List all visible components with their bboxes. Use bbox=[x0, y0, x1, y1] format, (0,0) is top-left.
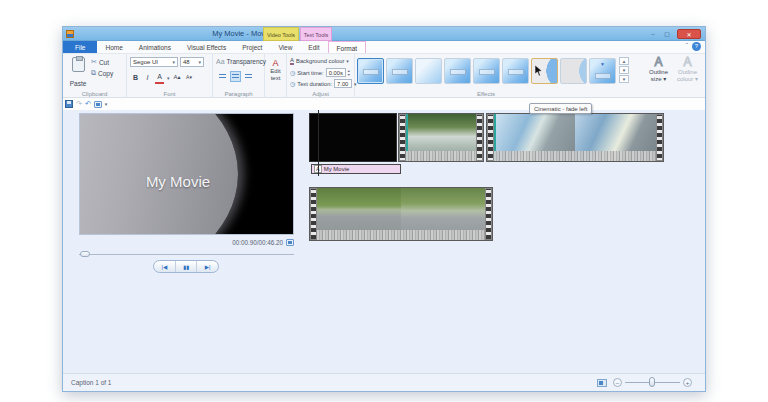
edit-text-button[interactable]: A Edit text bbox=[265, 58, 286, 81]
title-clip[interactable] bbox=[309, 113, 397, 162]
font-size-select[interactable]: 48 ▾ bbox=[180, 57, 204, 67]
seek-thumb[interactable] bbox=[80, 251, 90, 257]
effect-thumb-5[interactable] bbox=[502, 58, 529, 84]
font-family-select[interactable]: Segoe UI ▾ bbox=[130, 57, 178, 67]
cut-label: Cut bbox=[99, 59, 109, 66]
effect-thumb-fade-right[interactable] bbox=[560, 58, 587, 84]
text-duration-input[interactable]: 7.00 bbox=[334, 79, 352, 88]
copy-icon: ⧉ bbox=[91, 69, 96, 77]
tab-project[interactable]: Project bbox=[234, 41, 270, 53]
effect-thumb-fade[interactable] bbox=[415, 58, 442, 84]
tab-view[interactable]: View bbox=[270, 41, 300, 53]
effect-tooltip: Cinematic - fade left bbox=[529, 103, 592, 114]
content-area: My Movie 00:00.90/00:46.20 |◀ ▮▮ ▶| bbox=[63, 110, 705, 375]
video-clip-street[interactable] bbox=[309, 187, 493, 241]
tab-edit[interactable]: Edit bbox=[300, 41, 327, 53]
thumbnail-size-icon[interactable] bbox=[597, 379, 607, 387]
seek-track[interactable] bbox=[79, 254, 294, 255]
start-time-label: Start time: bbox=[297, 70, 323, 76]
tab-home[interactable]: Home bbox=[97, 41, 130, 53]
italic-button[interactable]: I bbox=[143, 72, 152, 83]
outline-colour-button[interactable]: A Outline colour ▾ bbox=[674, 56, 701, 94]
outline-size-label-1: Outline bbox=[645, 69, 672, 76]
gallery-scroll-down-icon[interactable]: ▼ bbox=[619, 66, 629, 74]
chevron-down-icon[interactable]: ▾ bbox=[167, 75, 170, 81]
align-left-icon bbox=[219, 74, 226, 80]
font-color-button[interactable]: A bbox=[155, 71, 164, 84]
outline-size-icon: A bbox=[645, 56, 672, 69]
cut-button[interactable]: ✂ Cut bbox=[91, 58, 109, 66]
shrink-font-button[interactable]: A▾ bbox=[185, 72, 194, 83]
start-time-spinner[interactable]: ▴ ▾ bbox=[348, 69, 350, 76]
quick-access-toolbar: ↷ ↶ ▾ bbox=[65, 98, 107, 110]
spin-down-icon[interactable]: ▾ bbox=[348, 73, 350, 77]
gallery-scroll-up-icon[interactable]: ▲ bbox=[619, 57, 629, 65]
align-center-button[interactable] bbox=[230, 71, 241, 82]
effect-thumb-3[interactable] bbox=[444, 58, 471, 84]
preview-title-text: My Movie bbox=[80, 173, 276, 190]
background-colour-icon: A bbox=[290, 57, 294, 65]
tab-visual-effects[interactable]: Visual Effects bbox=[179, 41, 234, 53]
font-family-value: Segoe UI bbox=[133, 59, 158, 65]
effect-thumb-cinematic-2[interactable] bbox=[386, 58, 413, 84]
align-right-button[interactable] bbox=[243, 71, 254, 82]
effects-gallery bbox=[357, 58, 616, 84]
filmstrip-sprockets bbox=[399, 114, 406, 161]
start-time-input[interactable]: 0.00s bbox=[326, 68, 346, 77]
filmstrip-sprockets bbox=[656, 114, 663, 161]
fullscreen-preview-icon[interactable] bbox=[286, 239, 294, 246]
effect-preview-bar bbox=[508, 69, 524, 75]
collapse-ribbon-icon[interactable]: ˆ bbox=[686, 42, 688, 51]
caption-label: My Movie bbox=[324, 166, 350, 172]
zoom-out-button[interactable]: – bbox=[613, 378, 622, 387]
chevron-down-icon: ▾ bbox=[172, 59, 175, 65]
tab-format[interactable]: Format bbox=[328, 41, 367, 53]
qat-customize-dropdown-icon[interactable]: ▾ bbox=[105, 101, 108, 107]
align-left-button[interactable] bbox=[217, 71, 228, 82]
clipboard-icon bbox=[72, 57, 85, 72]
previous-frame-button[interactable]: |◀ bbox=[154, 261, 175, 272]
help-icon[interactable]: ? bbox=[692, 42, 701, 51]
align-center-icon bbox=[232, 74, 239, 80]
effect-thumb-cinematic-fade-left[interactable] bbox=[531, 58, 558, 84]
undo-icon[interactable]: ↶ bbox=[85, 99, 91, 109]
minimize-button[interactable]: – bbox=[647, 29, 659, 39]
background-colour-button[interactable]: A Background colour ▾ bbox=[290, 57, 349, 65]
zoom-in-button[interactable]: + bbox=[683, 378, 692, 387]
video-clip-road[interactable] bbox=[486, 113, 664, 162]
preview-monitor[interactable]: My Movie bbox=[79, 113, 294, 235]
clock-icon: ◷ bbox=[290, 80, 295, 87]
effect-thumb-drop[interactable] bbox=[589, 58, 616, 84]
effect-thumb-cinematic-1[interactable] bbox=[357, 58, 384, 84]
save-icon[interactable] bbox=[65, 100, 73, 108]
gallery-more-icon[interactable]: ▼ bbox=[619, 75, 629, 83]
paragraph-group: Aa Transparency Paragraph bbox=[213, 54, 265, 98]
seek-bar[interactable] bbox=[79, 251, 294, 257]
text-tools-contextual-header: Text Tools bbox=[300, 27, 332, 41]
zoom-slider-thumb[interactable] bbox=[649, 377, 655, 387]
next-frame-button[interactable]: ▶| bbox=[196, 261, 218, 272]
paste-button[interactable]: Paste bbox=[67, 57, 89, 90]
pause-button[interactable]: ▮▮ bbox=[175, 261, 197, 272]
grow-font-button[interactable]: A▴ bbox=[173, 72, 182, 83]
video-clip-waterfall[interactable] bbox=[398, 113, 484, 162]
outline-size-label-2: size ▾ bbox=[645, 76, 672, 83]
tab-animations[interactable]: Animations bbox=[131, 41, 179, 53]
clip-thumbnail bbox=[494, 114, 656, 161]
caption-track-item[interactable]: A My Movie bbox=[311, 164, 401, 174]
close-button[interactable]: ✕ bbox=[677, 29, 701, 39]
edit-text-label-2: text bbox=[265, 75, 286, 82]
copy-button[interactable]: ⧉ Copy bbox=[91, 69, 113, 77]
filmstrip-sprockets bbox=[310, 188, 317, 240]
clip-thumbnail bbox=[406, 114, 476, 161]
maximize-button[interactable]: ▢ bbox=[661, 29, 673, 39]
transparency-icon: Aa bbox=[216, 58, 225, 65]
transparency-button[interactable]: Aa Transparency bbox=[216, 58, 266, 65]
outline-size-button[interactable]: A Outline size ▾ bbox=[645, 56, 672, 94]
preview-icon[interactable] bbox=[94, 101, 102, 108]
bold-button[interactable]: B bbox=[131, 72, 140, 83]
tab-file[interactable]: File bbox=[63, 41, 97, 53]
playhead[interactable] bbox=[318, 110, 319, 176]
effect-thumb-4[interactable] bbox=[473, 58, 500, 84]
redo-icon[interactable]: ↷ bbox=[76, 99, 82, 109]
